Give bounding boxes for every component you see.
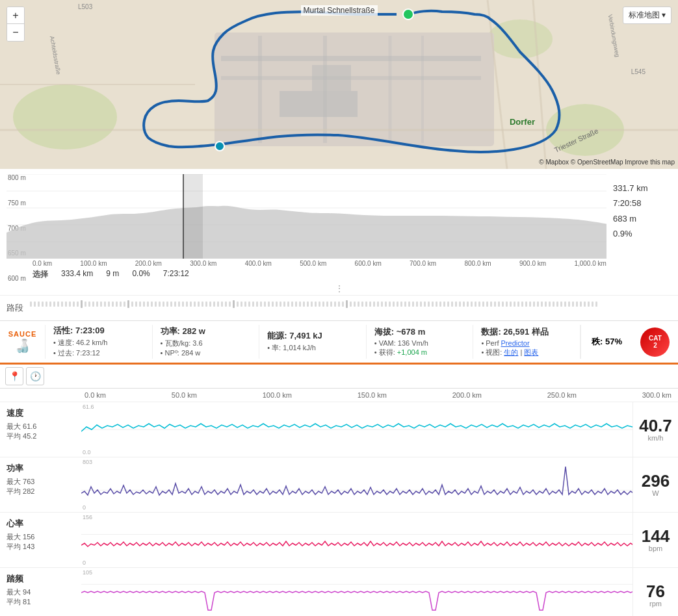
svg-rect-60 [163,302,164,307]
stats-bar: SAUCE 🍶 活性: 7:23:09 • 速度: 46.2 km/h • 过去… [0,320,678,363]
svg-rect-74 [217,302,219,307]
stat-view: • 视图: 生的 | 图表 [481,348,572,357]
svg-rect-59 [159,302,161,307]
zoom-in-button[interactable]: + [7,7,24,24]
segment-section: 路段 // Render dots inline via SVG rect el… [0,295,678,320]
svg-rect-28 [38,302,40,307]
svg-rect-111 [361,302,363,307]
svg-rect-52 [131,302,133,307]
pin-nav-button[interactable]: 📍 [5,367,23,385]
svg-rect-80 [241,302,242,307]
map-road-l545: L545 [631,68,645,75]
svg-rect-133 [447,302,449,307]
elevation-chart-canvas[interactable] [7,174,606,259]
svg-rect-138 [467,302,469,307]
map-background: + − Murtal Schnellstraße Dorfer Triester… [0,0,678,169]
svg-rect-154 [529,302,531,307]
svg-rect-157 [541,302,543,307]
svg-rect-159 [549,302,551,307]
svg-rect-113 [369,302,371,307]
cadence-chart-area[interactable]: 105 0 [81,568,632,616]
svg-rect-169 [588,302,590,307]
x-label-100: 100.0 km [80,260,107,267]
svg-rect-134 [451,302,453,307]
x-label-0: 0.0 km [33,260,52,267]
svg-rect-54 [139,302,141,307]
svg-point-1 [13,84,117,149]
zoom-out-button[interactable]: − [7,24,24,41]
power-label: 功率: [161,326,180,336]
svg-rect-71 [205,302,207,307]
cat-text: CAT2 [649,335,662,349]
dist-100: 100.0 km [263,391,292,399]
svg-rect-45 [104,302,106,307]
vam-value: 136 Vm/h [398,339,428,347]
gain-value: +1,004 m [397,348,427,356]
x-label-700: 700.0 km [410,260,436,267]
stat-total-distance: 331.7 km [613,181,671,196]
svg-rect-116 [381,302,383,307]
resize-handle[interactable]: ⋮ [7,282,671,295]
svg-rect-29 [42,302,44,307]
altitude-value: ~678 m [397,327,425,337]
svg-rect-150 [514,302,515,307]
svg-rect-89 [276,302,278,307]
svg-rect-125 [416,302,418,307]
x-label-800: 800.0 km [465,260,491,267]
view-live-link[interactable]: 生的 [504,348,518,356]
svg-rect-145 [494,302,496,307]
svg-rect-70 [202,302,203,307]
svg-rect-56 [147,302,149,307]
clock-nav-button[interactable]: 🕐 [26,367,44,385]
svg-rect-106 [342,302,344,307]
hr-max: 最大 156 [7,532,76,542]
svg-rect-34 [61,302,63,307]
power-unit: W [652,489,658,497]
svg-rect-146 [498,302,500,307]
svg-rect-135 [455,302,457,307]
stat-np: • NP⁰: 284 w [161,349,252,357]
svg-rect-27 [34,302,36,307]
svg-rect-69 [198,302,200,307]
predictor-link[interactable]: Predictor [501,339,530,347]
power-chart-area[interactable]: 803 0 [81,457,632,512]
speed-unit: km/h [648,434,664,442]
hr-chart-area[interactable]: 156 0 [81,513,632,567]
svg-rect-26 [30,302,32,307]
svg-rect-117 [385,302,387,307]
svg-rect-87 [268,302,270,307]
svg-rect-140 [475,302,476,307]
svg-rect-139 [471,302,473,307]
map-road-l503: L503 [78,3,92,10]
map-style-button[interactable]: 标准地图 ▾ [623,6,671,24]
selection-distance: 333.4 km [61,269,93,280]
svg-rect-167 [580,302,582,307]
past-label: • 过去: [53,349,74,357]
svg-rect-103 [330,302,332,307]
x-label-500: 500.0 km [300,260,326,267]
cadence-num: 76 [646,583,665,600]
sauce-logo-area: SAUCE 🍶 [0,325,46,359]
svg-rect-81 [244,302,246,307]
stat-predictor: • Perf Predictor [481,339,572,347]
speed-chart-area[interactable]: 61.6 0.0 [81,402,632,457]
stat-elevation-gain: 683 m [613,211,671,226]
svg-rect-65 [182,302,184,307]
svg-rect-124 [412,302,414,307]
hr-y-top: 156 [83,514,92,520]
stat-power-main: 功率: 282 w [161,326,252,337]
view-chart-link[interactable]: 图表 [524,348,538,356]
gain-label: • 获得: [374,348,395,356]
svg-rect-57 [151,302,153,307]
speed-current-value: 40.7 km/h [632,402,678,457]
wkg-label: • 瓦数/kg: [161,339,191,347]
x-label-600: 600.0 km [355,260,382,267]
svg-rect-75 [221,302,223,307]
elevation-x-axis: 0.0 km 100.0 km 200.0 km 300.0 km 400.0 … [7,259,606,267]
power-y-top: 803 [83,459,92,465]
power-num: 296 [642,472,670,489]
power-chart-panel: 功率 最大 763 平均 282 803 0 296 W [0,457,678,513]
svg-rect-38 [77,302,79,307]
activity-label: 活性: [53,326,73,335]
cadence-max: 最大 94 [7,587,76,597]
